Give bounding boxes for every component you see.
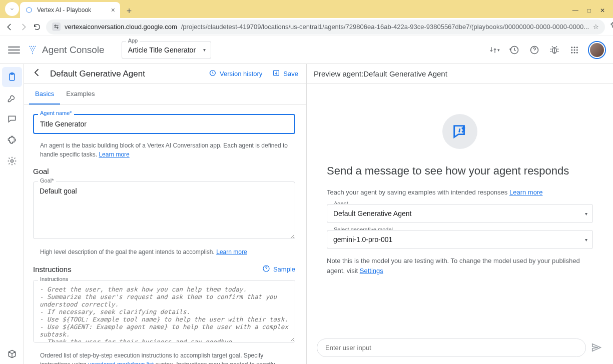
svg-point-2	[33, 46, 34, 46]
address-bar[interactable]: ⇆ vertexaiconversation.cloud.google.com/…	[46, 20, 605, 34]
window-controls: — □ ✕	[568, 7, 609, 18]
tab-close-icon[interactable]: ×	[111, 6, 115, 14]
tab-basics[interactable]: Basics	[29, 84, 60, 104]
svg-point-0	[30, 46, 31, 46]
preview-header: Preview agent: Default Generative Agent	[307, 64, 613, 84]
product-logo[interactable]: Agent Console	[27, 44, 105, 56]
rail-package-icon[interactable]	[2, 344, 22, 364]
rail-chat-icon[interactable]	[2, 109, 22, 129]
svg-point-7	[31, 50, 32, 50]
preview-note: Note this is the model you are testing w…	[327, 256, 593, 276]
tabs-dropdown-button[interactable]	[5, 2, 19, 16]
svg-point-6	[34, 48, 35, 48]
goal-label: Goal*	[38, 178, 56, 184]
history-small-icon	[209, 69, 217, 78]
markdown-link[interactable]: unordered markdown list	[88, 361, 154, 364]
rail-clipboard-icon[interactable]	[2, 67, 22, 87]
learn-more-link-4[interactable]: Learn more	[509, 188, 542, 196]
app-header: Agent Console App Article Title Generato…	[0, 36, 613, 64]
editor-tabs: Basics Examples	[24, 84, 306, 105]
app-selector[interactable]: App Article Title Generator ▾	[122, 41, 211, 59]
browser-toolbar: ⇆ vertexaiconversation.cloud.google.com/…	[0, 18, 613, 36]
save-button[interactable]: Save	[272, 69, 298, 78]
tab-title: Vertex AI - Playbook	[37, 6, 91, 14]
svg-point-5	[32, 48, 33, 48]
url-path: /projects/claudetest-419709/locations/us…	[181, 23, 589, 30]
svg-point-1	[31, 46, 32, 46]
agent-name-input[interactable]	[33, 114, 295, 134]
rail-extension-icon[interactable]	[2, 130, 22, 150]
svg-point-25	[11, 160, 13, 162]
svg-point-15	[574, 46, 575, 48]
learn-more-link-2[interactable]: Learn more	[216, 248, 247, 256]
svg-point-8	[33, 50, 34, 50]
agent-name-label: Agent name*	[38, 110, 74, 116]
close-window-icon[interactable]: ✕	[600, 7, 605, 14]
chevron-down-icon: ▾	[585, 211, 587, 216]
preview-subtitle: Teach your agent by saving examples with…	[327, 188, 542, 198]
bookmark-icon[interactable]: ☆	[593, 23, 599, 30]
user-avatar[interactable]	[589, 42, 605, 58]
svg-point-19	[576, 49, 578, 50]
svg-point-18	[574, 49, 575, 50]
svg-point-21	[574, 52, 575, 53]
version-history-button[interactable]: Version history	[209, 69, 262, 78]
send-icon[interactable]	[591, 342, 603, 354]
reload-icon[interactable]	[33, 21, 41, 33]
rail-wrench-icon[interactable]	[2, 88, 22, 108]
product-name: Agent Console	[42, 44, 105, 56]
swap-icon[interactable]: ▾	[489, 44, 500, 56]
apps-grid-icon[interactable]	[569, 44, 580, 56]
svg-point-16	[576, 46, 578, 48]
back-icon[interactable]	[5, 21, 14, 33]
tab-examples[interactable]: Examples	[60, 84, 101, 104]
instructions-label: Instructions	[38, 276, 70, 282]
user-input-field[interactable]	[317, 338, 586, 357]
help-circle-icon	[262, 264, 270, 274]
goal-textarea[interactable]	[33, 182, 295, 239]
preview-hero-text: Send a message to see how your agent res…	[327, 164, 569, 178]
left-icon-rail	[0, 64, 24, 364]
svg-point-17	[571, 49, 572, 50]
site-settings-icon[interactable]: ⇆	[52, 22, 61, 31]
new-tab-button[interactable]: +	[122, 4, 136, 18]
dropdown-arrow-icon: ▾	[203, 47, 206, 52]
svg-point-9	[32, 51, 33, 52]
browser-tab[interactable]: Vertex AI - Playbook ×	[20, 2, 120, 18]
bug-icon[interactable]	[549, 44, 560, 56]
back-arrow-icon[interactable]	[32, 68, 42, 80]
browser-tab-strip: Vertex AI - Playbook × + — □ ✕	[0, 0, 613, 18]
svg-point-4	[30, 48, 31, 48]
sample-button[interactable]: Sample	[262, 264, 295, 274]
extensions-icon[interactable]	[610, 22, 613, 32]
history-icon[interactable]	[509, 44, 520, 56]
instructions-section-title: Instructions	[33, 265, 72, 274]
save-icon	[272, 69, 280, 78]
hamburger-menu-icon[interactable]	[8, 44, 20, 56]
instructions-helper: Ordered list of step-by-step execution i…	[33, 348, 295, 364]
app-selector-label: App	[126, 38, 140, 44]
chevron-down-icon: ▾	[585, 237, 587, 242]
url-host: vertexaiconversation.cloud.google.com	[65, 23, 177, 30]
goal-helper: High level description of the goal the a…	[33, 244, 295, 256]
goal-section-title: Goal	[33, 167, 295, 176]
learn-more-link[interactable]: Learn more	[99, 151, 129, 158]
preview-pane: Preview agent: Default Generative Agent …	[307, 64, 613, 364]
svg-point-3	[35, 46, 36, 46]
forward-icon[interactable]	[19, 21, 28, 33]
model-select[interactable]: gemini-1.0-pro-001 ▾	[327, 230, 593, 249]
svg-point-20	[571, 52, 572, 53]
svg-point-14	[571, 46, 572, 48]
maximize-icon[interactable]: □	[587, 7, 591, 14]
minimize-icon[interactable]: —	[572, 7, 578, 14]
preview-hero-icon	[442, 114, 477, 149]
svg-point-10	[32, 53, 33, 54]
agent-name-helper: An agent is the basic building block of …	[33, 138, 295, 159]
agent-select[interactable]: Default Generative Agent ▾	[327, 204, 593, 223]
rail-settings-icon[interactable]	[2, 151, 22, 171]
instructions-textarea[interactable]	[33, 280, 295, 342]
settings-link[interactable]: Settings	[360, 267, 383, 274]
page-title: Default Generative Agent	[50, 69, 145, 79]
app-selector-value: Article Title Generator	[128, 46, 196, 54]
help-icon[interactable]	[529, 44, 540, 56]
